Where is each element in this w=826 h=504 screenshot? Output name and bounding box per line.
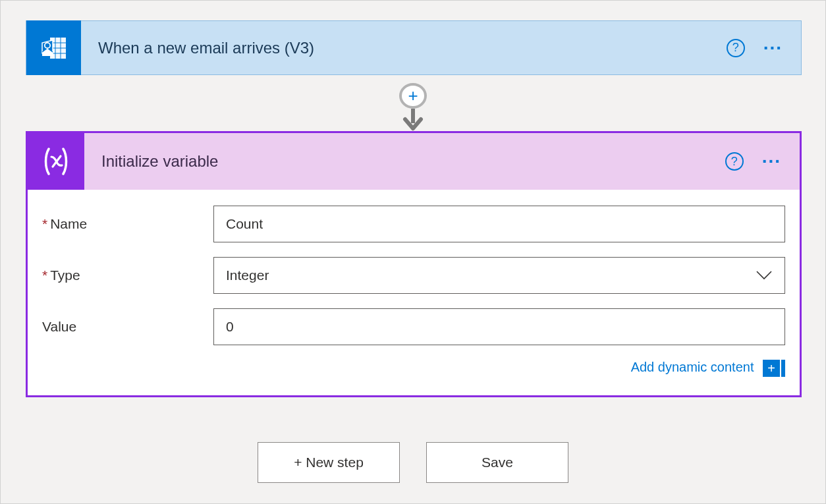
add-dynamic-content-link[interactable]: Add dynamic content — [631, 360, 754, 374]
designer-canvas: When a new email arrives (V3) ? ··· + — [0, 0, 826, 504]
arrow-down-icon — [401, 109, 425, 132]
required-marker: * — [42, 267, 47, 283]
type-select-value: Integer — [226, 267, 269, 283]
value-input[interactable] — [213, 308, 785, 345]
field-row-type: *Type Integer — [42, 257, 785, 294]
name-label-text: Name — [50, 216, 87, 231]
action-title: Initialize variable — [84, 152, 725, 171]
add-dynamic-content-expand[interactable] — [781, 360, 785, 377]
add-dynamic-row: Add dynamic content + — [42, 360, 785, 377]
type-label-text: Type — [50, 267, 80, 283]
value-label: Value — [42, 319, 213, 335]
name-input[interactable] — [213, 206, 785, 242]
trigger-card-actions: ? ··· — [727, 39, 801, 57]
help-icon[interactable]: ? — [727, 39, 745, 57]
name-label: *Name — [42, 216, 213, 232]
field-row-value: Value — [42, 308, 785, 345]
action-card-actions: ? ··· — [725, 152, 800, 171]
footer-buttons: + New step Save — [1, 442, 825, 483]
trigger-title: When a new email arrives (V3) — [81, 39, 727, 57]
more-icon[interactable]: ··· — [762, 152, 781, 171]
more-icon[interactable]: ··· — [763, 39, 783, 57]
type-label: *Type — [42, 267, 213, 283]
insert-step-button[interactable]: + — [399, 83, 427, 109]
chevron-down-icon — [756, 270, 773, 281]
outlook-icon — [26, 20, 81, 75]
connector: + — [399, 75, 427, 131]
save-button[interactable]: Save — [426, 442, 568, 483]
field-row-name: *Name — [42, 206, 785, 242]
variable-icon — [28, 133, 84, 190]
help-icon[interactable]: ? — [725, 152, 744, 171]
add-dynamic-content-button[interactable]: + — [763, 360, 780, 377]
type-select[interactable]: Integer — [213, 257, 785, 294]
trigger-card-email-arrives[interactable]: When a new email arrives (V3) ? ··· — [26, 20, 802, 75]
new-step-button[interactable]: + New step — [258, 442, 400, 483]
required-marker: * — [42, 216, 47, 231]
action-body: *Name *Type Integer Value — [28, 190, 800, 395]
action-header[interactable]: Initialize variable ? ··· — [28, 133, 800, 190]
action-card-initialize-variable: Initialize variable ? ··· *Name *Type In… — [26, 131, 802, 397]
